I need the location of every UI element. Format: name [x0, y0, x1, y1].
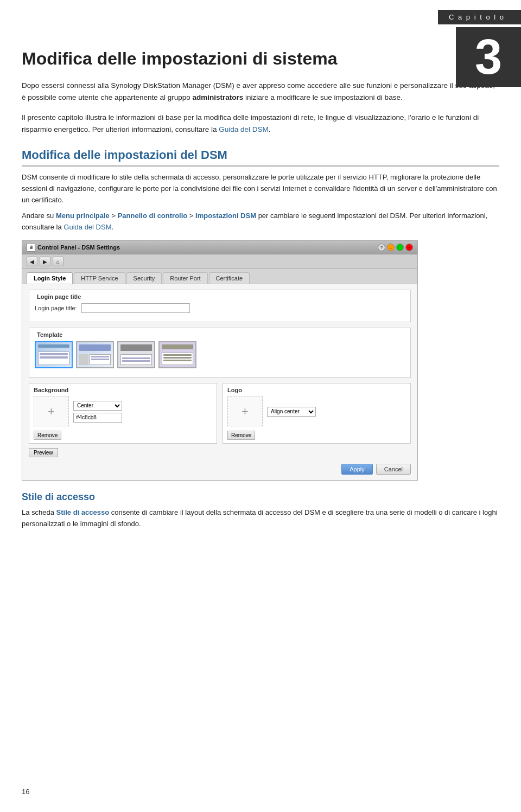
chapter-header: C a p i t o l o 3 Modifica delle imposta…: [0, 0, 521, 80]
dsm-close-btn[interactable]: ×: [405, 244, 413, 251]
dsm-tabs: Login Style HTTP Service Security Router…: [22, 269, 417, 284]
dsm-titlebar-left: 🖥 Control Panel - DSM Settings: [27, 243, 120, 252]
impostazioni-link[interactable]: Impostazioni DSM: [195, 212, 256, 220]
background-controls: Center Left Right Stretch: [73, 401, 122, 423]
logo-align-select[interactable]: Align center Align left Align right: [267, 407, 316, 417]
dsm-body: Login page title Login page title: Templ…: [22, 284, 417, 480]
template-fieldset: Template: [29, 328, 411, 378]
background-color-input[interactable]: [73, 413, 122, 423]
background-upload-area: + Center Left Right Stretch: [34, 397, 212, 426]
background-upload-box[interactable]: +: [34, 397, 69, 426]
template-thumb-3[interactable]: [117, 341, 155, 368]
main-content: Dopo essersi connessi alla Synology Disk…: [0, 80, 521, 556]
bg-logo-row: Background + Center Left Right Stretch: [29, 383, 411, 444]
page-number: 16: [22, 788, 29, 796]
dsm-toolbar: ◀ ▶ ⌂: [22, 254, 417, 269]
background-align-select[interactable]: Center Left Right Stretch: [73, 401, 122, 411]
section-paragraph-1: DSM consente di modificare lo stile dell…: [22, 172, 499, 206]
pannello-link[interactable]: Pannello di controllo: [118, 212, 188, 220]
tab-router-port[interactable]: Router Port: [163, 272, 207, 284]
login-page-title-fieldset: Login page title Login page title:: [29, 290, 411, 322]
subsection-title: Stile di accesso: [22, 491, 499, 503]
dsm-icon-label: 🖥: [29, 245, 34, 250]
body-paragraph: Il presente capitolo illustra le informa…: [22, 112, 499, 135]
dsm-window-icon: 🖥: [27, 243, 35, 252]
dsm-forward-btn[interactable]: ▶: [40, 257, 50, 266]
menu-principale-link[interactable]: Menu principale: [56, 212, 110, 220]
apply-btn[interactable]: Apply: [341, 464, 373, 475]
template-legend: Template: [35, 331, 65, 338]
logo-legend: Logo: [227, 387, 406, 393]
section-title: Modifica delle impostazioni del DSM: [22, 148, 499, 167]
template-thumb-1[interactable]: [35, 341, 73, 368]
preview-btn[interactable]: Preview: [29, 448, 58, 457]
dsm-window-title: Control Panel - DSM Settings: [37, 244, 120, 251]
template-thumb-2[interactable]: [76, 341, 114, 368]
tab-certificate[interactable]: Certificate: [209, 272, 250, 284]
tab-login-style[interactable]: Login Style: [27, 272, 73, 284]
background-plus-icon: +: [48, 405, 55, 419]
tab-http-service[interactable]: HTTP Service: [74, 272, 125, 284]
chapter-number: 3: [456, 27, 521, 87]
dsm-help-btn[interactable]: ?: [378, 244, 385, 251]
logo-plus-icon: +: [242, 405, 249, 419]
dsm-titlebar-controls: ? – ×: [378, 244, 413, 251]
tab-security[interactable]: Security: [126, 272, 162, 284]
chapter-label: C a p i t o l o: [438, 10, 521, 24]
dsm-minimize-btn[interactable]: –: [387, 244, 395, 251]
preview-row: Preview: [29, 448, 411, 457]
section-paragraph-2: Andare su Menu principale > Pannello di …: [22, 210, 499, 233]
background-remove-btn[interactable]: Remove: [34, 431, 61, 440]
stile-accesso-link[interactable]: Stile di accesso: [56, 508, 110, 516]
template-thumb-4[interactable]: [158, 341, 196, 368]
page-title: Modifica delle impostazioni di sistema: [22, 16, 445, 80]
logo-remove-btn[interactable]: Remove: [227, 431, 255, 440]
guida-link-2[interactable]: Guida del DSM: [63, 223, 111, 231]
logo-section: Logo + Align center Align left Align rig…: [223, 383, 411, 444]
dsm-screenshot: 🖥 Control Panel - DSM Settings ? – × ◀ ▶…: [22, 240, 418, 481]
cancel-btn[interactable]: Cancel: [376, 464, 411, 475]
subsection-text: La scheda Stile di accesso consente di c…: [22, 507, 499, 530]
login-title-input[interactable]: [81, 303, 190, 313]
background-section: Background + Center Left Right Stretch: [29, 383, 217, 444]
action-row: Apply Cancel: [29, 461, 411, 475]
intro-paragraph: Dopo essersi connessi alla Synology Disk…: [22, 80, 499, 103]
background-remove-row: Remove: [34, 429, 212, 440]
dsm-back-btn[interactable]: ◀: [27, 257, 37, 266]
dsm-home-btn[interactable]: ⌂: [53, 257, 63, 266]
guida-link-1[interactable]: Guida del DSM: [219, 125, 269, 133]
logo-controls: Align center Align left Align right: [267, 407, 316, 417]
login-title-row: Login page title:: [35, 303, 405, 313]
login-title-label: Login page title:: [35, 305, 77, 311]
background-legend: Background: [34, 387, 212, 393]
logo-remove-row: Remove: [227, 429, 406, 440]
logo-upload-area: + Align center Align left Align right: [227, 397, 406, 426]
logo-upload-box[interactable]: +: [227, 397, 263, 426]
login-page-title-legend: Login page title: [35, 293, 83, 300]
dsm-titlebar: 🖥 Control Panel - DSM Settings ? – ×: [22, 241, 417, 254]
template-list: [35, 341, 405, 368]
dsm-maximize-btn[interactable]: [396, 244, 404, 251]
